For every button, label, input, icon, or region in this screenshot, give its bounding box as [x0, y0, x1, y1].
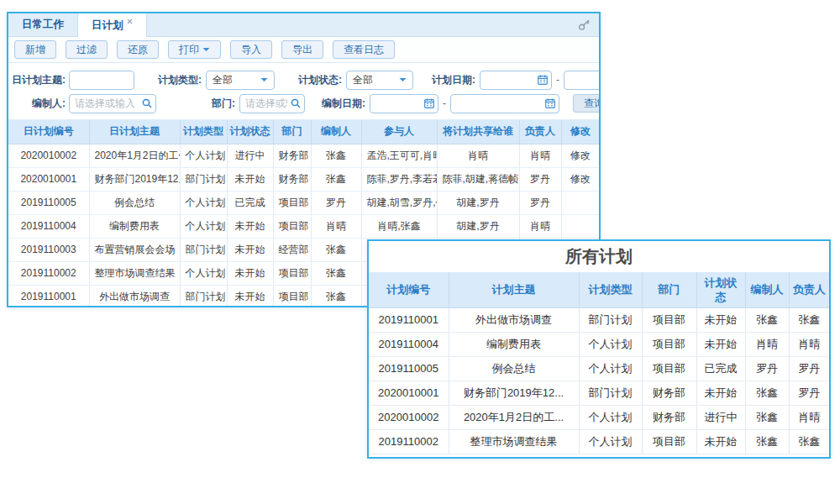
col-plan-id: 计划编号 — [369, 272, 449, 307]
date-separator: - — [438, 97, 450, 109]
cell-creator: 张鑫 — [745, 429, 789, 454]
cell-subject-link[interactable]: 外出做市场调查 — [89, 285, 180, 307]
cell-status: 进行中 — [227, 144, 273, 167]
col-creator: 编制人 — [745, 272, 789, 307]
create-date-to-input[interactable] — [450, 94, 559, 113]
toolbar: 新增 过滤 还原 打印 导入 导出 查看日志 — [8, 37, 599, 63]
cell-plan-id-link[interactable]: 2020010001 — [8, 167, 89, 191]
cell-dept: 财务部 — [273, 167, 311, 191]
cell-subject: 例会总结 — [449, 356, 579, 381]
cell-type: 个人计划 — [579, 405, 642, 429]
cell-status: 未开始 — [696, 307, 745, 332]
cell-owner-link[interactable]: 肖晴 — [519, 144, 561, 167]
cell-share: 肖晴 — [437, 144, 519, 167]
cell-subject-link[interactable]: 编制费用表 — [89, 214, 180, 238]
table-row[interactable]: 2020010002 2020年1月2日的工作日... 个人计划 进行中 财务部… — [8, 144, 599, 167]
table-row[interactable]: 2019110004 编制费用表 个人计划 未开始 项目部 肖晴 肖晴,张鑫 胡… — [8, 214, 599, 238]
tab-daily-work[interactable]: 日常工作 — [8, 13, 77, 36]
cell-type: 个人计划 — [180, 214, 227, 238]
cell-owner-link[interactable]: 罗丹 — [519, 167, 561, 191]
filter-button[interactable]: 过滤 — [66, 40, 108, 59]
cell-subject-link[interactable]: 例会总结 — [89, 191, 180, 214]
calendar-icon[interactable] — [545, 98, 555, 108]
plan-date-to-input[interactable] — [564, 71, 599, 90]
table-row[interactable]: 2020010002 2020年1月2日的工... 个人计划 财务部 进行中 张… — [369, 405, 829, 429]
cell-subject-link[interactable]: 财务部门2019年12月的... — [89, 167, 180, 191]
cell-modify-link[interactable]: 修改 — [561, 144, 599, 167]
cell-status: 进行中 — [696, 405, 745, 429]
col-subject: 日计划主题 — [89, 120, 180, 144]
table-row[interactable]: 2020010001 财务部门2019年12月的... 部门计划 未开始 财务部… — [8, 167, 599, 191]
cell-dept: 项目部 — [642, 356, 696, 381]
cell-dept: 项目部 — [642, 332, 696, 356]
table-row[interactable]: 2019110002 整理市场调查结果 个人计划 项目部 未开始 张鑫 张鑫 — [369, 429, 829, 454]
cell-status: 未开始 — [227, 261, 273, 285]
cell-creator: 张鑫 — [745, 307, 789, 332]
cell-creator: 张鑫 — [311, 261, 361, 285]
table-row[interactable]: 2019110001 外出做市场调查 部门计划 项目部 未开始 张鑫 张鑫 — [369, 307, 829, 332]
cell-type: 个人计划 — [180, 144, 227, 167]
print-button[interactable]: 打印 — [168, 40, 221, 59]
table-row[interactable]: 2019110004 编制费用表 个人计划 项目部 未开始 肖晴 肖晴 — [369, 332, 829, 356]
table-header-row: 日计划编号 日计划主题 计划类型 计划状态 部门 编制人 参与人 将计划共享给谁… — [8, 120, 599, 144]
cell-subject-link[interactable]: 整理市场调查结果 — [89, 261, 180, 285]
cell-dept: 项目部 — [642, 307, 696, 332]
search-icon[interactable] — [142, 98, 152, 108]
calendar-icon[interactable] — [424, 98, 434, 108]
cell-modify-link[interactable] — [561, 214, 599, 238]
cell-owner: 肖晴 — [789, 332, 829, 356]
col-subject: 计划主题 — [449, 272, 579, 307]
cell-plan-id: 2019110002 — [369, 429, 449, 454]
cell-plan-id-link[interactable]: 2019110001 — [8, 285, 89, 307]
calendar-icon[interactable] — [538, 75, 548, 85]
cell-plan-id: 2020010002 — [369, 405, 449, 429]
cell-plan-id-link[interactable]: 2019110002 — [8, 261, 89, 285]
search-icon[interactable] — [291, 98, 301, 108]
table-row[interactable]: 2019110005 例会总结 个人计划 已完成 项目部 罗丹 胡建,胡雪,罗丹… — [8, 191, 599, 214]
cell-plan-id-link[interactable]: 2020010002 — [8, 144, 89, 167]
subject-label: 日计划主题: — [8, 73, 66, 87]
cell-status: 未开始 — [227, 238, 273, 261]
key-icon[interactable] — [578, 18, 591, 31]
cell-subject: 整理市场调查结果 — [449, 429, 579, 454]
cell-plan-id-link[interactable]: 2019110003 — [8, 238, 89, 261]
cell-modify-link[interactable] — [561, 191, 599, 214]
caret-down-icon — [260, 77, 268, 82]
cell-plan-id: 2020010001 — [369, 381, 449, 405]
add-button[interactable]: 新增 — [14, 40, 56, 59]
col-modify: 修改 — [561, 120, 599, 144]
view-log-button[interactable]: 查看日志 — [333, 40, 395, 59]
subject-input[interactable] — [69, 71, 134, 90]
col-status: 计划状态 — [696, 272, 745, 307]
type-label: 计划类型: — [150, 73, 202, 87]
export-button[interactable]: 导出 — [281, 40, 323, 59]
filter-row-1: 日计划主题: 计划类型: 全部 计划状态: 全部 计划日期: — [8, 68, 599, 92]
type-select[interactable]: 全部 — [206, 71, 275, 90]
cell-type: 个人计划 — [180, 261, 227, 285]
cell-creator: 张鑫 — [311, 285, 361, 307]
cell-participants: 肖晴,张鑫 — [361, 214, 437, 238]
cell-subject-link[interactable]: 布置营销展会会场 — [89, 238, 180, 261]
cell-plan-id-link[interactable]: 2019110004 — [8, 214, 89, 238]
cell-type: 个人计划 — [180, 191, 227, 214]
import-button[interactable]: 导入 — [230, 40, 272, 59]
table-row[interactable]: 2019110005 例会总结 个人计划 项目部 已完成 罗丹 罗丹 — [369, 356, 829, 381]
cell-subject: 财务部门2019年12... — [449, 381, 579, 405]
cell-subject-link[interactable]: 2020年1月2日的工作日... — [89, 144, 180, 167]
cell-creator: 肖晴 — [745, 332, 789, 356]
table-row[interactable]: 2020010001 财务部门2019年12... 部门计划 财务部 未开始 张… — [369, 381, 829, 405]
cell-type: 部门计划 — [579, 307, 642, 332]
caret-down-icon — [399, 77, 407, 82]
tab-label: 日常工作 — [22, 18, 64, 32]
cell-modify-link[interactable]: 修改 — [561, 167, 599, 191]
tab-daily-plan[interactable]: 日计划 — [77, 13, 147, 37]
cell-plan-id-link[interactable]: 2019110005 — [8, 191, 89, 214]
status-select[interactable]: 全部 — [346, 71, 413, 90]
cell-owner-link[interactable]: 肖晴 — [519, 214, 561, 238]
restore-button[interactable]: 还原 — [117, 40, 159, 59]
cell-dept: 财务部 — [642, 381, 696, 405]
cell-dept: 项目部 — [273, 191, 311, 214]
close-tab-icon[interactable] — [127, 18, 133, 24]
query-button[interactable]: 查询 — [573, 94, 599, 113]
cell-owner-link[interactable]: 罗丹 — [519, 191, 561, 214]
